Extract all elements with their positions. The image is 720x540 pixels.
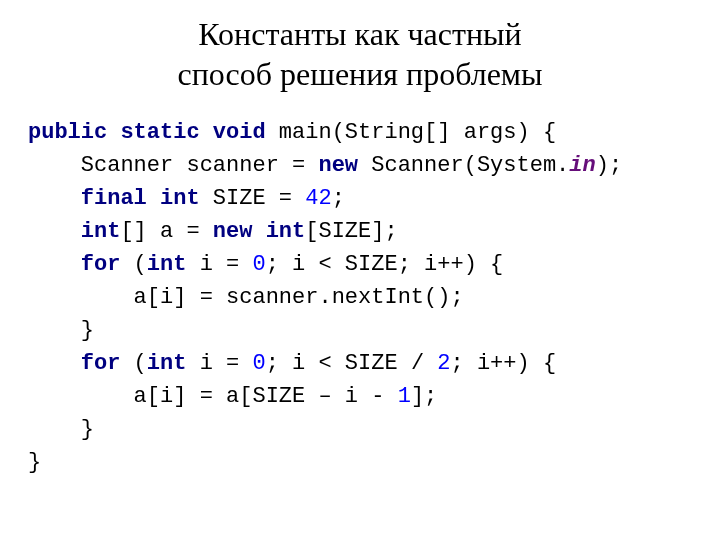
- code-line-2: Scanner scanner = new Scanner(System.in)…: [28, 153, 622, 178]
- slide: Константы как частный способ решения про…: [0, 0, 720, 493]
- code-line-9: a[i] = a[SIZE – i - 1];: [28, 384, 437, 409]
- code-line-8: for (int i = 0; i < SIZE / 2; i++) {: [28, 351, 556, 376]
- code-line-11: }: [28, 450, 41, 475]
- code-line-1: public static void main(String[] args) {: [28, 120, 556, 145]
- title-line-2: способ решения проблемы: [177, 56, 542, 92]
- code-line-7: }: [28, 318, 94, 343]
- slide-title: Константы как частный способ решения про…: [28, 14, 692, 94]
- code-line-3: final int SIZE = 42;: [28, 186, 345, 211]
- code-line-4: int[] a = new int[SIZE];: [28, 219, 398, 244]
- code-line-6: a[i] = scanner.nextInt();: [28, 285, 464, 310]
- title-line-1: Константы как частный: [198, 16, 521, 52]
- code-line-10: }: [28, 417, 94, 442]
- code-block: public static void main(String[] args) {…: [28, 116, 692, 479]
- code-line-5: for (int i = 0; i < SIZE; i++) {: [28, 252, 503, 277]
